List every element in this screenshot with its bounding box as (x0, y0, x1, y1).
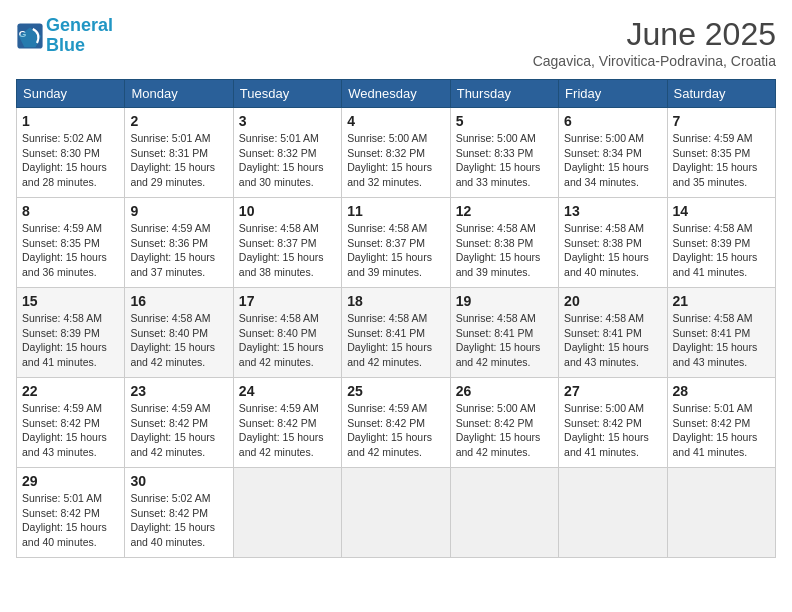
day-info: Sunrise: 4:58 AM Sunset: 8:39 PM Dayligh… (22, 311, 119, 370)
calendar-cell: 30Sunrise: 5:02 AM Sunset: 8:42 PM Dayli… (125, 468, 233, 558)
day-info: Sunrise: 5:00 AM Sunset: 8:42 PM Dayligh… (564, 401, 661, 460)
calendar-cell: 1Sunrise: 5:02 AM Sunset: 8:30 PM Daylig… (17, 108, 125, 198)
day-info: Sunrise: 4:58 AM Sunset: 8:38 PM Dayligh… (564, 221, 661, 280)
day-info: Sunrise: 5:00 AM Sunset: 8:34 PM Dayligh… (564, 131, 661, 190)
calendar-cell: 17Sunrise: 4:58 AM Sunset: 8:40 PM Dayli… (233, 288, 341, 378)
day-number: 16 (130, 293, 227, 309)
day-info: Sunrise: 4:59 AM Sunset: 8:42 PM Dayligh… (22, 401, 119, 460)
day-number: 10 (239, 203, 336, 219)
day-number: 3 (239, 113, 336, 129)
day-number: 19 (456, 293, 553, 309)
day-info: Sunrise: 4:58 AM Sunset: 8:41 PM Dayligh… (673, 311, 770, 370)
day-info: Sunrise: 4:58 AM Sunset: 8:38 PM Dayligh… (456, 221, 553, 280)
weekday-header-wednesday: Wednesday (342, 80, 450, 108)
day-number: 5 (456, 113, 553, 129)
day-number: 22 (22, 383, 119, 399)
weekday-header-friday: Friday (559, 80, 667, 108)
calendar-row-1: 1Sunrise: 5:02 AM Sunset: 8:30 PM Daylig… (17, 108, 776, 198)
weekday-header-sunday: Sunday (17, 80, 125, 108)
calendar: SundayMondayTuesdayWednesdayThursdayFrid… (16, 79, 776, 558)
day-number: 7 (673, 113, 770, 129)
calendar-cell: 26Sunrise: 5:00 AM Sunset: 8:42 PM Dayli… (450, 378, 558, 468)
day-number: 1 (22, 113, 119, 129)
day-number: 20 (564, 293, 661, 309)
day-number: 11 (347, 203, 444, 219)
day-number: 25 (347, 383, 444, 399)
calendar-row-2: 8Sunrise: 4:59 AM Sunset: 8:35 PM Daylig… (17, 198, 776, 288)
calendar-cell (559, 468, 667, 558)
month-title: June 2025 (533, 16, 776, 53)
header: G General Blue June 2025 Cagavica, Virov… (16, 16, 776, 69)
calendar-cell: 8Sunrise: 4:59 AM Sunset: 8:35 PM Daylig… (17, 198, 125, 288)
day-number: 12 (456, 203, 553, 219)
calendar-cell: 20Sunrise: 4:58 AM Sunset: 8:41 PM Dayli… (559, 288, 667, 378)
title-area: June 2025 Cagavica, Virovitica-Podravina… (533, 16, 776, 69)
day-info: Sunrise: 5:01 AM Sunset: 8:31 PM Dayligh… (130, 131, 227, 190)
day-info: Sunrise: 4:58 AM Sunset: 8:37 PM Dayligh… (239, 221, 336, 280)
day-number: 6 (564, 113, 661, 129)
calendar-cell: 9Sunrise: 4:59 AM Sunset: 8:36 PM Daylig… (125, 198, 233, 288)
day-info: Sunrise: 5:01 AM Sunset: 8:32 PM Dayligh… (239, 131, 336, 190)
day-info: Sunrise: 5:02 AM Sunset: 8:42 PM Dayligh… (130, 491, 227, 550)
calendar-cell: 16Sunrise: 4:58 AM Sunset: 8:40 PM Dayli… (125, 288, 233, 378)
day-info: Sunrise: 5:02 AM Sunset: 8:30 PM Dayligh… (22, 131, 119, 190)
day-info: Sunrise: 4:58 AM Sunset: 8:40 PM Dayligh… (239, 311, 336, 370)
calendar-cell: 18Sunrise: 4:58 AM Sunset: 8:41 PM Dayli… (342, 288, 450, 378)
weekday-header-saturday: Saturday (667, 80, 775, 108)
weekday-header-row: SundayMondayTuesdayWednesdayThursdayFrid… (17, 80, 776, 108)
calendar-cell (233, 468, 341, 558)
day-number: 23 (130, 383, 227, 399)
day-info: Sunrise: 4:59 AM Sunset: 8:35 PM Dayligh… (673, 131, 770, 190)
calendar-cell: 2Sunrise: 5:01 AM Sunset: 8:31 PM Daylig… (125, 108, 233, 198)
day-number: 14 (673, 203, 770, 219)
calendar-row-5: 29Sunrise: 5:01 AM Sunset: 8:42 PM Dayli… (17, 468, 776, 558)
day-info: Sunrise: 5:00 AM Sunset: 8:33 PM Dayligh… (456, 131, 553, 190)
day-info: Sunrise: 4:58 AM Sunset: 8:37 PM Dayligh… (347, 221, 444, 280)
calendar-cell: 22Sunrise: 4:59 AM Sunset: 8:42 PM Dayli… (17, 378, 125, 468)
day-info: Sunrise: 4:58 AM Sunset: 8:41 PM Dayligh… (456, 311, 553, 370)
logo-icon: G (16, 22, 44, 50)
calendar-cell: 4Sunrise: 5:00 AM Sunset: 8:32 PM Daylig… (342, 108, 450, 198)
day-info: Sunrise: 5:01 AM Sunset: 8:42 PM Dayligh… (22, 491, 119, 550)
calendar-cell: 29Sunrise: 5:01 AM Sunset: 8:42 PM Dayli… (17, 468, 125, 558)
weekday-header-thursday: Thursday (450, 80, 558, 108)
day-number: 29 (22, 473, 119, 489)
logo: G General Blue (16, 16, 113, 56)
calendar-cell: 24Sunrise: 4:59 AM Sunset: 8:42 PM Dayli… (233, 378, 341, 468)
day-info: Sunrise: 5:01 AM Sunset: 8:42 PM Dayligh… (673, 401, 770, 460)
day-number: 26 (456, 383, 553, 399)
calendar-cell (450, 468, 558, 558)
calendar-cell: 3Sunrise: 5:01 AM Sunset: 8:32 PM Daylig… (233, 108, 341, 198)
calendar-cell: 21Sunrise: 4:58 AM Sunset: 8:41 PM Dayli… (667, 288, 775, 378)
day-number: 18 (347, 293, 444, 309)
day-info: Sunrise: 4:59 AM Sunset: 8:36 PM Dayligh… (130, 221, 227, 280)
calendar-cell: 14Sunrise: 4:58 AM Sunset: 8:39 PM Dayli… (667, 198, 775, 288)
day-number: 9 (130, 203, 227, 219)
logo-general: General (46, 15, 113, 35)
calendar-cell: 27Sunrise: 5:00 AM Sunset: 8:42 PM Dayli… (559, 378, 667, 468)
day-info: Sunrise: 4:58 AM Sunset: 8:39 PM Dayligh… (673, 221, 770, 280)
day-number: 13 (564, 203, 661, 219)
day-info: Sunrise: 5:00 AM Sunset: 8:32 PM Dayligh… (347, 131, 444, 190)
calendar-cell: 23Sunrise: 4:59 AM Sunset: 8:42 PM Dayli… (125, 378, 233, 468)
calendar-row-3: 15Sunrise: 4:58 AM Sunset: 8:39 PM Dayli… (17, 288, 776, 378)
calendar-cell: 7Sunrise: 4:59 AM Sunset: 8:35 PM Daylig… (667, 108, 775, 198)
calendar-row-4: 22Sunrise: 4:59 AM Sunset: 8:42 PM Dayli… (17, 378, 776, 468)
day-info: Sunrise: 4:59 AM Sunset: 8:42 PM Dayligh… (130, 401, 227, 460)
calendar-cell: 6Sunrise: 5:00 AM Sunset: 8:34 PM Daylig… (559, 108, 667, 198)
day-info: Sunrise: 4:58 AM Sunset: 8:41 PM Dayligh… (347, 311, 444, 370)
calendar-cell: 19Sunrise: 4:58 AM Sunset: 8:41 PM Dayli… (450, 288, 558, 378)
weekday-header-tuesday: Tuesday (233, 80, 341, 108)
day-number: 17 (239, 293, 336, 309)
calendar-cell: 13Sunrise: 4:58 AM Sunset: 8:38 PM Dayli… (559, 198, 667, 288)
day-info: Sunrise: 5:00 AM Sunset: 8:42 PM Dayligh… (456, 401, 553, 460)
day-number: 27 (564, 383, 661, 399)
day-number: 15 (22, 293, 119, 309)
day-number: 8 (22, 203, 119, 219)
day-number: 24 (239, 383, 336, 399)
day-info: Sunrise: 4:58 AM Sunset: 8:40 PM Dayligh… (130, 311, 227, 370)
day-info: Sunrise: 4:58 AM Sunset: 8:41 PM Dayligh… (564, 311, 661, 370)
day-info: Sunrise: 4:59 AM Sunset: 8:42 PM Dayligh… (347, 401, 444, 460)
logo-blue: Blue (46, 35, 85, 55)
calendar-cell: 28Sunrise: 5:01 AM Sunset: 8:42 PM Dayli… (667, 378, 775, 468)
